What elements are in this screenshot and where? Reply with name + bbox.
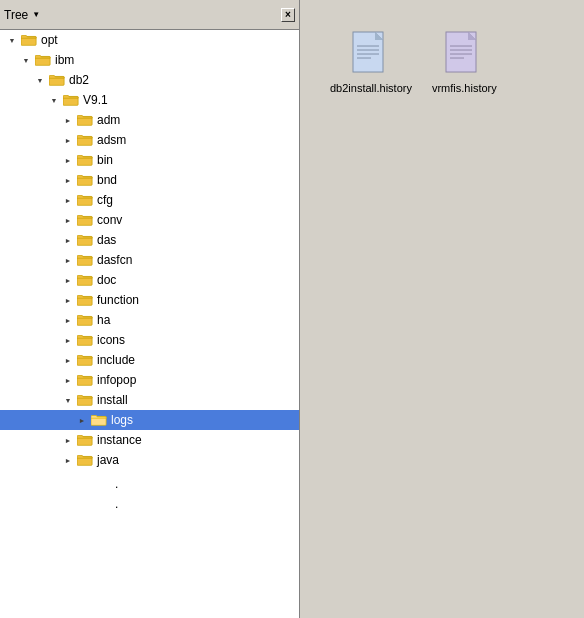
node-label-db2: db2: [69, 73, 89, 87]
node-label-bin: bin: [97, 153, 113, 167]
expand-btn-ibm[interactable]: ▼: [18, 52, 34, 68]
expand-btn-ha[interactable]: ►: [60, 312, 76, 328]
expand-btn-adm[interactable]: ►: [60, 112, 76, 128]
tree-node-icons[interactable]: ► icons: [0, 330, 299, 350]
document-icon-vrmfis: [444, 30, 484, 78]
file-item-db2install[interactable]: db2install.history: [330, 30, 412, 94]
expand-btn-opt[interactable]: ▼: [4, 32, 20, 48]
expand-btn-java[interactable]: ►: [60, 452, 76, 468]
tree-node-adsm[interactable]: ► adsm: [0, 130, 299, 150]
folder-icon-adm: [76, 112, 94, 128]
right-panel: db2install.history vrmfis.history: [300, 0, 584, 618]
folder-icon-v91: [62, 92, 80, 108]
expand-btn-db2[interactable]: ▼: [32, 72, 48, 88]
node-label-doc: doc: [97, 273, 116, 287]
folder-icon-install: [76, 392, 94, 408]
tree-title: Tree: [4, 8, 28, 22]
node-label-das: das: [97, 233, 116, 247]
expand-btn-icons[interactable]: ►: [60, 332, 76, 348]
tree-title-area: Tree ▼: [4, 8, 40, 22]
node-label-logs: logs: [111, 413, 133, 427]
node-label-bnd: bnd: [97, 173, 117, 187]
tree-panel: Tree ▼ × ▼ opt▼ ibm▼ db2▼ V9.1► adm► ads…: [0, 0, 300, 618]
folder-icon-conv: [76, 212, 94, 228]
tree-node-ibm[interactable]: ▼ ibm: [0, 50, 299, 70]
tree-node-dasfcn[interactable]: ► dasfcn: [0, 250, 299, 270]
file-label-db2install: db2install.history: [330, 82, 412, 94]
node-label-infopop: infopop: [97, 373, 136, 387]
tree-content[interactable]: ▼ opt▼ ibm▼ db2▼ V9.1► adm► adsm► bin► b…: [0, 30, 299, 618]
tree-node-cfg[interactable]: ► cfg: [0, 190, 299, 210]
folder-icon-include: [76, 352, 94, 368]
folder-icon-infopop: [76, 372, 94, 388]
folder-icon-ibm: [34, 52, 52, 68]
expand-btn-adsm[interactable]: ►: [60, 132, 76, 148]
folder-icon-bnd: [76, 172, 94, 188]
folder-icon-ha: [76, 312, 94, 328]
folder-icon-das: [76, 232, 94, 248]
folder-icon-logs: [90, 412, 108, 428]
node-label-cfg: cfg: [97, 193, 113, 207]
close-button[interactable]: ×: [281, 8, 295, 22]
node-label-dasfcn: dasfcn: [97, 253, 132, 267]
tree-node-infopop[interactable]: ► infopop: [0, 370, 299, 390]
expand-btn-infopop[interactable]: ►: [60, 372, 76, 388]
node-label-conv: conv: [97, 213, 122, 227]
node-label-icons: icons: [97, 333, 125, 347]
file-item-vrmfis[interactable]: vrmfis.history: [432, 30, 497, 94]
tree-dropdown-icon[interactable]: ▼: [32, 10, 40, 19]
expand-btn-bnd[interactable]: ►: [60, 172, 76, 188]
tree-node-bnd[interactable]: ► bnd: [0, 170, 299, 190]
tree-header: Tree ▼ ×: [0, 0, 299, 30]
folder-icon-function: [76, 292, 94, 308]
expand-btn-dasfcn[interactable]: ►: [60, 252, 76, 268]
tree-dots: ..: [0, 470, 299, 514]
tree-node-conv[interactable]: ► conv: [0, 210, 299, 230]
expand-btn-install[interactable]: ▼: [60, 392, 76, 408]
expand-btn-logs[interactable]: ►: [74, 412, 90, 428]
tree-node-instance[interactable]: ► instance: [0, 430, 299, 450]
node-label-instance: instance: [97, 433, 142, 447]
tree-node-ha[interactable]: ► ha: [0, 310, 299, 330]
folder-icon-instance: [76, 432, 94, 448]
expand-btn-include[interactable]: ►: [60, 352, 76, 368]
expand-btn-v91[interactable]: ▼: [46, 92, 62, 108]
node-label-v91: V9.1: [83, 93, 108, 107]
tree-node-das[interactable]: ► das: [0, 230, 299, 250]
node-label-include: include: [97, 353, 135, 367]
tree-node-opt[interactable]: ▼ opt: [0, 30, 299, 50]
expand-btn-das[interactable]: ►: [60, 232, 76, 248]
tree-node-java[interactable]: ► java: [0, 450, 299, 470]
node-label-java: java: [97, 453, 119, 467]
tree-node-include[interactable]: ► include: [0, 350, 299, 370]
document-icon-db2install: [351, 30, 391, 78]
expand-btn-instance[interactable]: ►: [60, 432, 76, 448]
expand-btn-conv[interactable]: ►: [60, 212, 76, 228]
folder-icon-bin: [76, 152, 94, 168]
folder-icon-java: [76, 452, 94, 468]
tree-node-adm[interactable]: ► adm: [0, 110, 299, 130]
folder-icon-opt: [20, 32, 38, 48]
node-label-ha: ha: [97, 313, 110, 327]
tree-node-db2[interactable]: ▼ db2: [0, 70, 299, 90]
node-label-install: install: [97, 393, 128, 407]
tree-node-doc[interactable]: ► doc: [0, 270, 299, 290]
expand-btn-doc[interactable]: ►: [60, 272, 76, 288]
tree-node-bin[interactable]: ► bin: [0, 150, 299, 170]
node-label-opt: opt: [41, 33, 58, 47]
file-icons-row: db2install.history vrmfis.history: [330, 30, 497, 94]
node-label-adsm: adsm: [97, 133, 126, 147]
tree-node-function[interactable]: ► function: [0, 290, 299, 310]
folder-icon-dasfcn: [76, 252, 94, 268]
file-label-vrmfis: vrmfis.history: [432, 82, 497, 94]
expand-btn-function[interactable]: ►: [60, 292, 76, 308]
expand-btn-bin[interactable]: ►: [60, 152, 76, 168]
expand-btn-cfg[interactable]: ►: [60, 192, 76, 208]
node-label-function: function: [97, 293, 139, 307]
folder-icon-doc: [76, 272, 94, 288]
tree-node-v91[interactable]: ▼ V9.1: [0, 90, 299, 110]
tree-node-install[interactable]: ▼ install: [0, 390, 299, 410]
tree-node-logs[interactable]: ► logs: [0, 410, 299, 430]
folder-icon-icons: [76, 332, 94, 348]
node-label-ibm: ibm: [55, 53, 74, 67]
